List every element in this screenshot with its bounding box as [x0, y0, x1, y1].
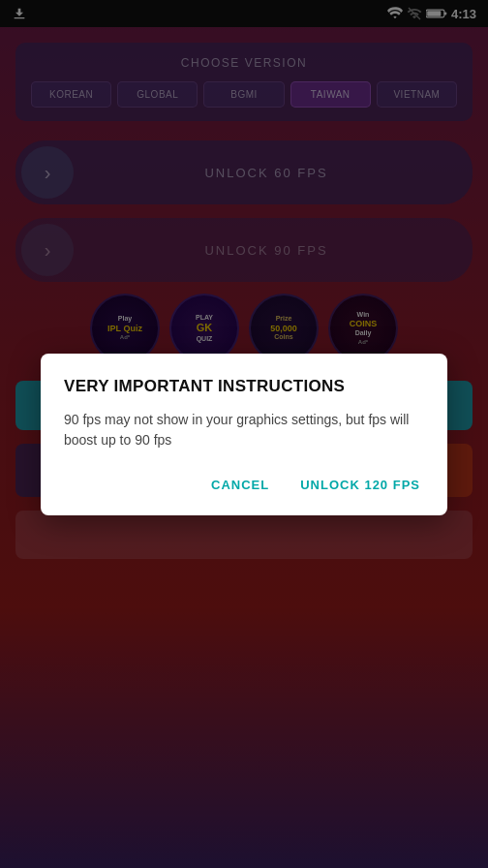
dialog-body: 90 fps may not show in your graphics set…	[64, 410, 424, 450]
dialog-overlay: VERY IMPORTANT INSTRUCTIONS 90 fps may n…	[0, 0, 488, 868]
dialog: VERY IMPORTANT INSTRUCTIONS 90 fps may n…	[41, 354, 447, 515]
dialog-title: VERY IMPORTANT INSTRUCTIONS	[64, 377, 424, 396]
dialog-actions: CANCEL UNLOCK 120 FPS	[64, 470, 424, 500]
dialog-cancel-button[interactable]: CANCEL	[207, 470, 273, 500]
dialog-confirm-button[interactable]: UNLOCK 120 FPS	[296, 470, 424, 500]
